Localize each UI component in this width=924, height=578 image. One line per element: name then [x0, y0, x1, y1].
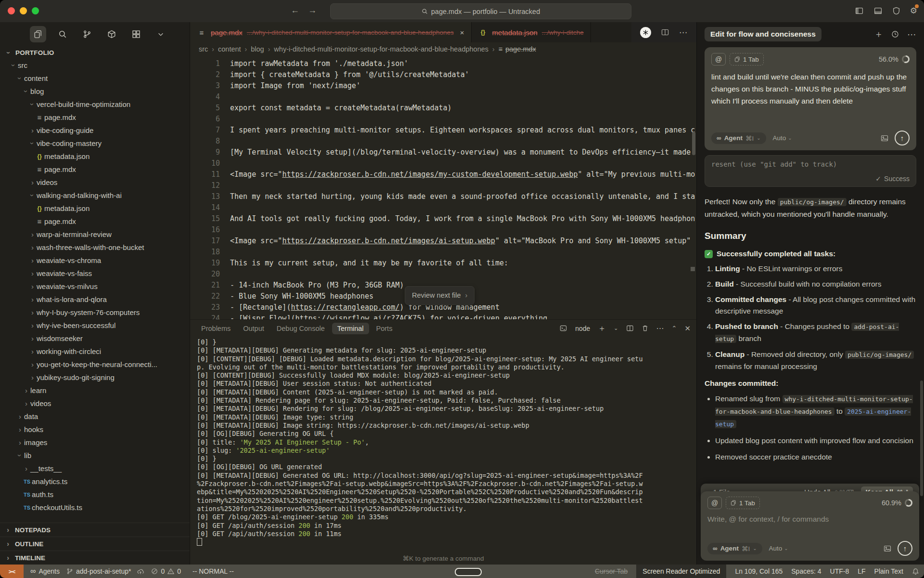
explorer-icon[interactable] — [30, 26, 46, 42]
chevron-collapsed-icon[interactable]: › — [28, 295, 37, 303]
settings-gear-icon[interactable]: ⚙ — [910, 6, 917, 16]
chevron-expanded-icon[interactable]: › — [28, 139, 37, 147]
panel-tab-output[interactable]: Output — [238, 323, 270, 334]
chat-more-icon[interactable]: ⋯ — [907, 29, 916, 40]
chevron-collapsed-icon[interactable]: › — [28, 373, 37, 381]
chevron-expanded-icon[interactable]: › — [28, 191, 37, 199]
tree-item-hooks[interactable]: ›hooks — [0, 423, 190, 436]
model-selector[interactable]: Auto ⌄ — [773, 134, 792, 142]
review-next-file-button[interactable]: Review next file › — [405, 286, 475, 305]
editor-tab-page-mdx[interactable]: ≡page.mdx.../why-i-ditched-multi-monitor… — [190, 22, 472, 42]
cursor-tab-toggle[interactable]: Cursor Tab — [595, 567, 628, 575]
tree-item-what-is-lora-and-qlora[interactable]: ›what-is-lora-and-qlora — [0, 293, 190, 306]
chevron-collapsed-icon[interactable]: › — [28, 126, 37, 134]
chat-input-card[interactable]: @ 1 Tab 60.9% Write, @ for context, / fo… — [701, 491, 919, 561]
editor-scrollbar-thumb[interactable] — [692, 132, 695, 155]
add-context-button[interactable]: @ — [707, 497, 722, 509]
chevron-collapsed-icon[interactable]: › — [16, 425, 24, 434]
language-mode-item[interactable]: Plain Text — [874, 567, 903, 575]
chevron-collapsed-icon[interactable]: › — [16, 438, 24, 447]
tree-item-yubikey-sudo-git-signing[interactable]: ›yubikey-sudo-git-signing — [0, 371, 190, 384]
close-panel-icon[interactable]: ✕ — [684, 324, 691, 333]
tree-item-checkoututils-ts[interactable]: TScheckoutUtils.ts — [0, 501, 190, 514]
tree-item-images[interactable]: ›images — [0, 436, 190, 449]
close-tab-icon[interactable]: × — [460, 28, 464, 37]
breadcrumb-part[interactable]: why-i-ditched-multi-monitor-setup-for-ma… — [274, 45, 488, 53]
breadcrumb-file[interactable]: ≡page.mdx — [499, 45, 536, 53]
tree-item-lib[interactable]: ›lib — [0, 449, 190, 462]
more-actions-icon[interactable]: ⋯ — [679, 27, 688, 38]
panel-tab-problems[interactable]: Problems — [196, 323, 236, 334]
tree-item-why-ive-been-successful[interactable]: ›why-ive-been-successful — [0, 319, 190, 332]
tree-item-weaviate-vs-faiss[interactable]: ›weaviate-vs-faiss — [0, 267, 190, 280]
tree-item-vibe-coding-mastery[interactable]: ›vibe-coding-mastery — [0, 137, 190, 150]
panel-more-icon[interactable]: ⋯ — [656, 324, 664, 333]
tree-item-weaviate-vs-milvus[interactable]: ›weaviate-vs-milvus — [0, 280, 190, 293]
tree-item-content[interactable]: ›content — [0, 72, 190, 85]
chevron-expanded-icon[interactable]: › — [16, 451, 24, 460]
toggle-primary-sidebar-icon[interactable] — [855, 7, 864, 15]
panel-tab-terminal[interactable]: Terminal — [332, 323, 369, 334]
indentation-item[interactable]: Spaces: 4 — [791, 567, 821, 575]
breadcrumb[interactable]: src›content›blog›why-i-ditched-multi-mon… — [190, 42, 696, 56]
chevron-collapsed-icon[interactable]: › — [28, 230, 37, 238]
tree-item-page-mdx[interactable]: ≡page.mdx — [0, 111, 190, 124]
tree-item-weaviate-vs-chroma[interactable]: ›weaviate-vs-chroma — [0, 254, 190, 267]
sidebar-section-notepads[interactable]: ›NOTEPADS — [0, 523, 190, 537]
tree-item-vercel-build-time-optimization[interactable]: ›vercel-build-time-optimization — [0, 98, 190, 111]
tree-item-working-with-circleci[interactable]: ›working-with-circleci — [0, 345, 190, 358]
screen-reader-chip[interactable]: Screen Reader Optimized — [636, 565, 726, 578]
attach-image-icon[interactable] — [883, 545, 892, 552]
agents-status-item[interactable]: ∞ Agents — [30, 567, 60, 576]
source-control-icon[interactable] — [79, 26, 95, 42]
code-editor[interactable]: 1import rawMetadata from './metadata.jso… — [190, 56, 696, 319]
eol-item[interactable]: LF — [858, 567, 865, 575]
sidebar-section-outline[interactable]: ›OUTLINE — [0, 537, 190, 551]
chevron-collapsed-icon[interactable]: › — [28, 334, 37, 342]
problems-item[interactable]: 0 0 — [151, 567, 181, 575]
tree-item-page-mdx[interactable]: ≡page.mdx — [0, 163, 190, 176]
user-message-card[interactable]: @ 1 Tab 56.0% lint and build until we're… — [705, 47, 916, 150]
chevron-expanded-icon[interactable]: › — [22, 87, 30, 95]
send-button[interactable]: ↑ — [898, 541, 912, 556]
cursor-position-item[interactable]: Ln 109, Col 165 — [735, 567, 783, 575]
chevron-down-icon[interactable] — [153, 26, 169, 42]
chevron-collapsed-icon[interactable]: › — [28, 347, 37, 355]
terminal-output[interactable]: [0] }[0] [METADATA][DEBUG] Generating me… — [190, 337, 696, 552]
close-window-button[interactable] — [8, 7, 15, 14]
chevron-collapsed-icon[interactable]: › — [28, 178, 37, 186]
panel-tab-ports[interactable]: Ports — [371, 323, 398, 334]
shield-icon[interactable] — [892, 7, 900, 15]
tree-item-src[interactable]: ›src — [0, 59, 190, 72]
chevron-collapsed-icon[interactable]: › — [22, 464, 30, 473]
tool-output-card[interactable]: resent (use "git add" to track) ✓ Succes… — [705, 155, 916, 187]
command-center[interactable]: page.mdx — portfolio — Untracked — [330, 3, 631, 19]
remote-indicator[interactable]: >< — [0, 565, 24, 578]
nav-forward-button[interactable]: → — [308, 5, 317, 15]
tree-item-videos[interactable]: ›videos — [0, 397, 190, 410]
minimize-window-button[interactable] — [20, 7, 27, 14]
tree-item-analytics-ts[interactable]: TSanalytics.ts — [0, 475, 190, 488]
chevron-expanded-icon[interactable]: › — [28, 100, 37, 108]
openai-logo-icon[interactable] — [640, 27, 651, 38]
chevron-collapsed-icon[interactable]: › — [22, 386, 30, 394]
chat-input-placeholder[interactable]: Write, @ for context, / for commands — [707, 515, 912, 524]
chevron-collapsed-icon[interactable]: › — [28, 321, 37, 329]
tab-context-pill[interactable]: 1 Tab — [730, 53, 764, 66]
chevron-collapsed-icon[interactable]: › — [28, 256, 37, 264]
tree-item-walking-and-talking-with-ai[interactable]: ›walking-and-talking-with-ai — [0, 189, 190, 202]
chevron-collapsed-icon[interactable]: › — [28, 269, 37, 277]
tree-item--tests-[interactable]: ›__tests__ — [0, 462, 190, 475]
notifications-bell-icon[interactable] — [912, 568, 919, 575]
tree-item-wash-three-walls-with-one-bucket[interactable]: ›wash-three-walls-with-one-bucket — [0, 241, 190, 254]
tree-item-why-i-buy-system-76-computers[interactable]: ›why-I-buy-system-76-computers — [0, 306, 190, 319]
chevron-collapsed-icon[interactable]: › — [28, 282, 37, 290]
extensions-icon[interactable] — [103, 26, 120, 42]
tab-context-pill[interactable]: 1 Tab — [726, 497, 760, 509]
git-branch-item[interactable]: add-post-ai-setup* — [66, 567, 144, 575]
tree-item-learn[interactable]: ›learn — [0, 384, 190, 397]
tree-item-wisdomseeker[interactable]: ›wisdomseeker — [0, 332, 190, 345]
add-context-button[interactable]: @ — [711, 53, 726, 66]
tree-item-you-get-to-keep-the-neural-connecti-[interactable]: ›you-get-to-keep-the-neural-connecti... — [0, 358, 190, 371]
terminal-dropdown-icon[interactable]: ⌄ — [614, 325, 618, 331]
